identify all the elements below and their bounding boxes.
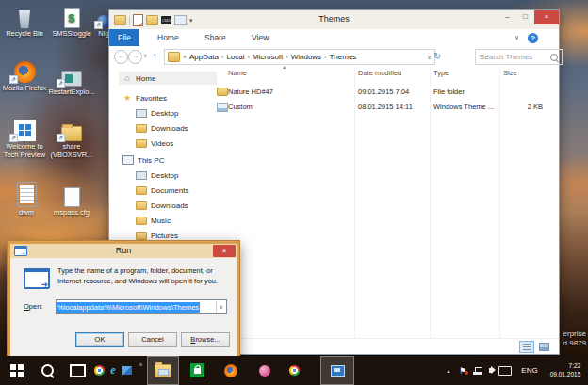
desktop-icon-firefox[interactable]: ↗ Mozila Firefox — [0, 58, 49, 93]
tray-action-center[interactable]: ⚑ — [456, 356, 469, 385]
toolbar-overflow-chevron[interactable]: » — [135, 350, 146, 379]
tray-network[interactable] — [471, 356, 484, 385]
file-list: ▴ Name Date modified Type Size Nature HD… — [215, 67, 558, 339]
file-icon — [64, 187, 80, 207]
column-header-type[interactable]: Type — [433, 69, 449, 77]
file-row-nature-hd47[interactable]: Nature HD#47 09.01.2015 7:04 File folder — [215, 84, 558, 99]
run-message: Type the name of a program, folder, docu… — [57, 266, 227, 286]
refresh-icon[interactable]: ↻ — [433, 51, 441, 62]
help-icon[interactable]: ? — [528, 33, 538, 43]
cancel-button[interactable]: Cancel — [128, 332, 177, 347]
breadcrumb-microsoft[interactable]: Microsoft — [253, 53, 283, 61]
tray-language[interactable]: ENG — [518, 356, 541, 385]
desktop-icon-recycle-bin[interactable]: Recycle Bin — [0, 4, 49, 39]
quicklaunch-photos[interactable] — [120, 356, 135, 385]
minimize-button[interactable]: – — [498, 10, 516, 24]
title-bar[interactable]: CMD ▾ Themes – □ × — [109, 10, 559, 30]
open-value[interactable]: %localappdata%\Microsoft\Windows\Themes — [57, 302, 200, 313]
taskbar-app-pink[interactable] — [251, 356, 279, 385]
tab-home[interactable]: Home — [149, 29, 188, 46]
up-button[interactable]: ↑ — [153, 50, 157, 62]
folder-icon — [136, 186, 147, 195]
details-view-button[interactable] — [519, 341, 534, 353]
tray-touch-keyboard[interactable] — [498, 356, 513, 385]
taskbar-run-window[interactable] — [320, 356, 354, 385]
nav-item-home[interactable]: ⌂ Home — [119, 72, 217, 85]
search-placeholder: Search Themes — [480, 53, 532, 61]
column-header-date[interactable]: Date modified — [358, 69, 401, 77]
run-title-bar[interactable]: Run × — [10, 244, 237, 258]
run-close-button[interactable]: × — [213, 245, 236, 257]
tray-clock[interactable]: 7:22 09.01.2015 — [545, 356, 586, 385]
tab-file[interactable]: File — [109, 29, 139, 46]
ribbon-expand-chevron-icon[interactable]: ∨ — [514, 34, 519, 41]
task-view-button[interactable] — [66, 356, 89, 385]
text-file-icon — [17, 182, 37, 207]
run-dialog-title: Run — [10, 246, 237, 255]
file-row-custom[interactable]: Custom 08.01.2015 14:11 Windows Theme ..… — [215, 99, 558, 114]
shortcut-arrow-icon: ↗ — [9, 134, 18, 142]
column-header-name[interactable]: Name — [228, 69, 247, 77]
icons-view-button[interactable] — [536, 341, 551, 353]
taskbar-firefox[interactable] — [217, 356, 245, 385]
taskbar-chrome[interactable] — [281, 356, 307, 385]
search-input[interactable]: Search Themes — [475, 49, 563, 65]
nav-item-desktop[interactable]: Desktop — [136, 106, 178, 120]
nav-item-pc-downloads[interactable]: Downloads — [136, 199, 188, 212]
desktop-icon-dwm[interactable]: dwm — [2, 183, 51, 217]
breadcrumb-appdata[interactable]: AppData — [189, 53, 219, 61]
desktop-icon-share-folder[interactable]: ↗ share (VBOXSVR... — [47, 117, 96, 159]
nav-item-music[interactable]: Music — [136, 214, 171, 227]
search-button[interactable] — [36, 356, 58, 385]
breadcrumb-dropdown-chevron-icon[interactable]: ∨ — [427, 54, 432, 61]
desktop-icon-welcome[interactable]: ↗ Welcome to Tech Preview — [0, 117, 49, 159]
shortcut-arrow-icon: ↗ — [9, 75, 18, 84]
tray-show-hidden-icons[interactable]: ▴ — [443, 356, 454, 385]
breadcrumb-local[interactable]: Local — [226, 53, 244, 61]
tab-view[interactable]: View — [243, 29, 277, 46]
quicklaunch-ie[interactable]: e — [106, 356, 121, 385]
run-dialog: Run × Type the name of a program, folder… — [8, 241, 239, 360]
open-combobox[interactable]: %localappdata%\Microsoft\Windows\Themes … — [56, 299, 227, 314]
monitor-icon — [136, 171, 147, 180]
desktop-icon-restartexplorer[interactable]: ↗ RestartExplo... — [47, 62, 96, 97]
shortcut-arrow-icon: ↗ — [57, 79, 65, 88]
recent-locations-chevron-icon[interactable]: ∨ — [143, 50, 147, 62]
tray-volume[interactable] — [484, 356, 498, 385]
window-title: Themes — [109, 14, 559, 24]
theme-file-icon — [217, 103, 228, 112]
browse-button[interactable]: Browse... — [181, 332, 230, 347]
nav-item-downloads[interactable]: Downloads — [136, 121, 188, 135]
breadcrumb[interactable]: « AppData › Local › Microsoft › Windows … — [164, 49, 435, 65]
maximize-button[interactable]: □ — [516, 10, 534, 24]
quicklaunch-chrome[interactable] — [91, 356, 106, 385]
nav-item-favorites[interactable]: ★ Favorites — [122, 91, 167, 104]
close-button[interactable]: × — [534, 10, 559, 24]
nav-item-this-pc[interactable]: This PC — [122, 153, 164, 167]
file-name: Nature HD#47 — [228, 88, 273, 96]
nav-label: Videos — [151, 139, 173, 148]
combo-dropdown-icon[interactable]: ∨ — [216, 301, 226, 313]
forward-button[interactable]: → — [128, 50, 142, 64]
start-button[interactable] — [4, 356, 30, 385]
keyboard-icon — [498, 366, 512, 376]
nav-label: Home — [136, 74, 155, 83]
desktop-icon-label: mspass.cfg — [47, 209, 96, 217]
breadcrumb-windows[interactable]: Windows — [291, 53, 321, 61]
nav-label: Downloads — [151, 124, 188, 133]
nav-item-pc-desktop[interactable]: Desktop — [136, 168, 178, 182]
ok-button[interactable]: OK — [75, 332, 124, 347]
sort-ascending-icon: ▴ — [283, 63, 286, 70]
taskbar-store[interactable] — [183, 356, 211, 385]
desktop-wallpaper: Recycle Bin S SMSStoggle ↗ Nig ↗ Mozila … — [0, 0, 588, 385]
search-icon — [41, 364, 54, 377]
nav-item-videos[interactable]: Videos — [136, 136, 173, 150]
nav-item-documents[interactable]: Documents — [136, 184, 188, 197]
column-header-size[interactable]: Size — [503, 69, 517, 77]
breadcrumb-themes[interactable]: Themes — [329, 53, 356, 61]
back-button[interactable]: ← — [114, 50, 128, 64]
tab-share[interactable]: Share — [196, 29, 235, 46]
desktop-icon-mspass[interactable]: mspass.cfg — [47, 183, 96, 217]
taskbar-file-explorer[interactable] — [147, 356, 179, 385]
nav-item-pictures[interactable]: Pictures — [136, 229, 178, 242]
